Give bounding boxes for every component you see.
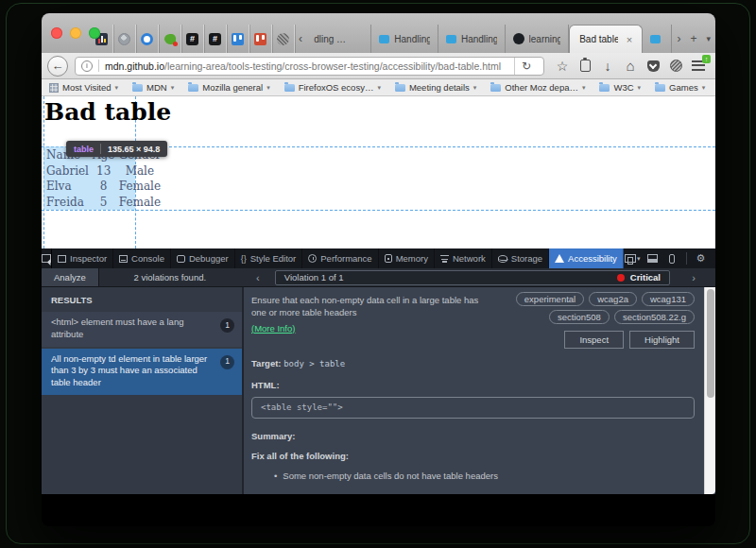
next-violation-button[interactable]: › xyxy=(672,272,715,283)
hash-icon: # xyxy=(186,33,198,45)
violation-header: Ensure that each non-empty data cell in … xyxy=(251,292,695,349)
split-console-button[interactable] xyxy=(644,248,662,268)
bookmark-meeting-details[interactable]: Meeting details▾ xyxy=(395,82,476,93)
tab-handling-2[interactable]: Handling … xyxy=(438,25,506,53)
summary-label: Summary: xyxy=(251,430,695,442)
window-controls xyxy=(51,27,100,39)
downloads-button[interactable]: ↓ xyxy=(596,55,619,77)
devtools-tab-console[interactable]: Console xyxy=(113,248,171,268)
reading-list-button[interactable] xyxy=(574,55,596,77)
bookmark-most-visited[interactable]: Most Visited▾ xyxy=(49,82,118,93)
more-info-link[interactable]: (More Info) xyxy=(251,322,295,334)
tab-clipped-right[interactable]: Bu xyxy=(643,25,672,53)
tab-bad-table-active[interactable]: Bad table …× xyxy=(569,25,643,53)
reload-icon: ↻ xyxy=(522,60,531,73)
violation-description-block: Ensure that each non-empty data cell in … xyxy=(251,292,487,349)
tab-label: Handling … xyxy=(461,34,497,44)
pinned-tab-trello-red[interactable] xyxy=(249,25,272,53)
devtools-tab-network[interactable]: Network xyxy=(435,248,492,268)
pinned-tab-raspberry[interactable] xyxy=(159,25,181,53)
divider xyxy=(686,252,687,265)
tab-handling-1[interactable]: Handling … xyxy=(371,25,438,53)
close-tab-icon[interactable]: × xyxy=(627,34,632,45)
bookmark-w3c[interactable]: W3C▾ xyxy=(599,82,641,93)
tooltip-tag-name: table xyxy=(74,145,94,154)
analyze-button[interactable]: Analyze xyxy=(42,268,99,286)
tag-row: section508 section508.22.g xyxy=(549,310,695,324)
bookmark-other-moz[interactable]: Other Moz depa…▾ xyxy=(490,82,585,93)
device-button[interactable] xyxy=(663,248,681,268)
table-cell: Freida xyxy=(44,195,91,211)
devtools-tab-bar: Inspector Console Debugger {}Style Edito… xyxy=(42,248,715,268)
responsive-mode-button[interactable]: ▾ xyxy=(624,248,642,268)
bookmark-star-button[interactable]: ☆ xyxy=(551,55,574,77)
tag-experimental: experimental xyxy=(516,292,584,306)
devtools-tab-inspector[interactable]: Inspector xyxy=(52,248,113,268)
scroll-tabs-left-button[interactable]: ‹ xyxy=(295,25,306,53)
home-button[interactable]: ⌂ xyxy=(619,55,642,77)
scroll-tabs-right-button[interactable]: › xyxy=(672,32,685,45)
devtools-tab-debugger[interactable]: Debugger xyxy=(171,248,235,268)
bookmark-games[interactable]: Games▾ xyxy=(655,82,705,93)
inspect-button[interactable]: Inspect xyxy=(564,331,624,349)
new-tab-button[interactable]: + xyxy=(685,32,701,45)
close-window-button[interactable] xyxy=(51,27,62,39)
phone-icon xyxy=(669,254,675,264)
devtools-tab-storage[interactable]: Storage xyxy=(492,248,549,268)
highlight-button[interactable]: Highlight xyxy=(629,331,695,349)
pick-element-button[interactable] xyxy=(42,248,52,268)
result-text: <html> element must have a lang attribut… xyxy=(51,317,215,341)
tab-learning[interactable]: learning-… xyxy=(506,25,570,53)
bookmark-firefoxos[interactable]: FirefoxOS ecosy…▾ xyxy=(284,82,381,93)
bookmark-mozilla-general[interactable]: Mozilla general▾ xyxy=(188,82,269,93)
count-badge: 1 xyxy=(220,355,234,369)
pinned-tab-misc[interactable] xyxy=(272,25,295,53)
site-info-icon[interactable]: i xyxy=(81,60,93,72)
tab-clipped[interactable]: dling … xyxy=(306,25,371,53)
tab-bar: # # ‹ dling … Handling … Handling … lear… xyxy=(42,13,715,53)
result-item-table-header[interactable]: All non-empty td element in table larger… xyxy=(42,349,242,395)
caret-down-icon: ▾ xyxy=(115,84,119,92)
globe-icon xyxy=(118,33,130,45)
url-bar[interactable]: i mdn.github.io/learning-area/tools-test… xyxy=(75,57,544,76)
tab-label: Inspector xyxy=(70,253,107,264)
divider xyxy=(98,60,99,72)
devtools-tab-performance[interactable]: Performance xyxy=(302,248,378,268)
previous-violation-button[interactable]: ‹ xyxy=(241,272,275,283)
devtools-toolbar-buttons: ▾ ⚙ × xyxy=(624,248,715,268)
violation-nav-box: Violation 1 of 1 Critical xyxy=(275,270,670,285)
back-button[interactable]: ← xyxy=(47,56,68,77)
pocket-button[interactable] xyxy=(642,55,664,77)
dock-side-button[interactable] xyxy=(712,248,715,268)
minimize-window-button[interactable] xyxy=(70,27,81,39)
menu-button[interactable]: ↑ xyxy=(687,55,710,77)
scrollbar-thumb[interactable] xyxy=(707,289,714,398)
braces-icon: {} xyxy=(241,254,247,264)
table-cell: 13 xyxy=(91,163,116,180)
reload-button[interactable]: ↻ xyxy=(514,58,538,75)
scrollbar[interactable] xyxy=(704,287,715,494)
table-row: Elva 8 Female xyxy=(44,179,163,195)
result-item-lang[interactable]: <html> element must have a lang attribut… xyxy=(42,312,242,347)
zoom-window-button[interactable] xyxy=(89,27,100,39)
pocket-icon xyxy=(647,60,660,72)
devtools-settings-button[interactable]: ⚙ xyxy=(692,248,710,268)
pinned-tab-irc-1[interactable]: # xyxy=(181,25,204,53)
results-panel: RESULTS <html> element must have a lang … xyxy=(42,287,244,494)
devtools-tab-accessibility[interactable]: Accessibility xyxy=(549,248,624,268)
html-label: HTML: xyxy=(251,380,280,390)
bookmark-mdn[interactable]: MDN▾ xyxy=(132,82,174,93)
chat-icon xyxy=(379,35,389,43)
pinned-tab-globe[interactable] xyxy=(113,25,136,53)
devtools-tab-memory[interactable]: Memory xyxy=(379,248,435,268)
table-cell: Male xyxy=(116,163,163,180)
devtools-tab-style-editor[interactable]: {}Style Editor xyxy=(235,248,303,268)
pinned-tab-irc-2[interactable]: # xyxy=(204,25,227,53)
pinned-tab-ring[interactable] xyxy=(136,25,159,53)
url-text[interactable]: mdn.github.io/learning-area/tools-testin… xyxy=(105,60,514,72)
tab-label: Storage xyxy=(511,253,542,264)
themes-button[interactable] xyxy=(664,55,687,77)
pinned-tab-trello-blue[interactable] xyxy=(227,25,249,53)
stopwatch-icon xyxy=(308,254,317,263)
list-all-tabs-button[interactable]: ▾ xyxy=(701,34,715,43)
